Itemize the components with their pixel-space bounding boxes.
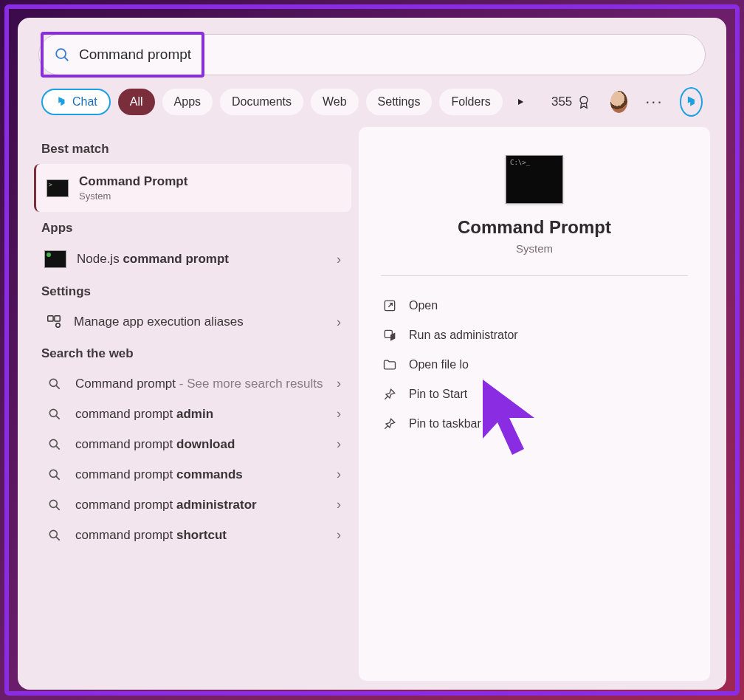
svg-point-2 [580,97,588,104]
action-pin-taskbar[interactable]: Pin to taskbar [378,409,691,439]
section-apps: Apps [41,221,345,236]
details-category: System [378,242,691,255]
rewards-points[interactable]: 355 [551,95,591,109]
chip-apps[interactable]: Apps [162,89,213,115]
apps-row-node[interactable]: Node.js command prompt › [34,243,351,275]
svg-line-20 [385,397,388,399]
chip-chat[interactable]: Chat [41,89,111,115]
open-icon [382,298,397,313]
svg-line-13 [56,476,60,480]
web-row-2[interactable]: command prompt download › [34,429,351,459]
chip-documents-label: Documents [232,95,292,109]
chip-folders[interactable]: Folders [439,89,502,115]
chip-chat-label: Chat [72,95,97,109]
chip-settings[interactable]: Settings [366,89,433,115]
pin-icon [382,387,397,402]
chevron-right-icon: › [337,376,341,391]
chip-all-label: All [130,95,143,109]
chip-web[interactable]: Web [311,89,359,115]
search-icon [47,377,62,391]
chevron-right-icon: › [337,315,341,330]
chip-documents[interactable]: Documents [220,89,303,115]
svg-point-16 [49,530,57,538]
web-row-5[interactable]: command prompt shortcut › [34,520,351,550]
chip-all[interactable]: All [118,89,155,115]
rewards-points-value: 355 [551,95,572,109]
search-bar [38,34,706,75]
cmd-icon [46,179,69,197]
web-2-bold: download [176,437,235,451]
section-best-match: Best match [41,142,345,157]
web-3-bold: commands [176,467,243,481]
svg-line-11 [56,446,60,450]
rewards-medal-icon [576,95,591,109]
web-5-bold: shortcut [176,528,227,542]
filter-row: Chat All Apps Documents Web Settings Fol… [18,83,726,127]
bing-button[interactable] [680,87,703,117]
chevron-right-icon: › [337,406,341,422]
web-row-0[interactable]: Command prompt - See more search results… [34,368,351,399]
svg-line-7 [56,385,60,389]
svg-point-10 [49,439,57,447]
svg-line-17 [56,537,60,541]
details-cmd-icon [506,155,563,204]
apps-node-bold: command prompt [123,252,229,266]
svg-line-9 [56,416,60,419]
action-open-location-label: Open file lo [409,358,469,371]
svg-point-14 [49,500,57,507]
web-5-text: command prompt [75,528,176,542]
svg-line-15 [56,507,60,510]
settings-aliases-label: Manage app execution aliases [74,315,331,329]
chevron-right-icon: › [337,467,341,482]
best-match-title: Command Prompt [79,174,187,188]
user-avatar[interactable] [610,91,627,113]
web-1-text: command prompt [75,407,176,421]
web-row-4[interactable]: command prompt administrator › [34,490,351,520]
svg-point-0 [56,49,66,58]
action-open-label: Open [409,299,438,312]
pin-icon [382,416,397,431]
action-pin-start-label: Pin to Start [409,388,467,401]
web-0-text: Command prompt [75,377,176,391]
web-4-text: command prompt [75,498,176,512]
section-settings: Settings [41,284,345,299]
results-column: Best match Command Prompt System Apps No… [34,127,351,681]
action-run-admin-label: Run as administrator [409,329,518,342]
search-icon [47,528,62,543]
svg-point-8 [49,409,57,416]
web-0-suffix: - See more search results [176,377,323,391]
action-open-location[interactable]: Open file lo [378,350,691,380]
web-row-3[interactable]: command prompt commands › [34,459,351,490]
chevron-right-icon: › [337,436,341,452]
divider [381,275,688,276]
shield-admin-icon [382,328,397,343]
chip-settings-label: Settings [378,95,421,109]
settings-row-aliases[interactable]: Manage app execution aliases › [34,306,351,337]
web-row-1[interactable]: command prompt admin › [34,399,351,429]
action-pin-start[interactable]: Pin to Start [378,380,691,409]
svg-line-1 [64,57,68,61]
section-web: Search the web [41,346,345,361]
bing-chat-icon [55,95,68,109]
action-open[interactable]: Open [378,291,691,320]
chip-folders-label: Folders [451,95,490,109]
more-menu[interactable]: ··· [645,92,663,111]
action-pin-taskbar-label: Pin to taskbar [409,417,481,430]
best-match-subtitle: System [79,191,341,202]
details-title: Command Prompt [378,217,691,238]
search-icon [47,407,62,422]
overflow-play-icon[interactable] [516,96,525,108]
web-4-bold: administrator [176,498,257,512]
search-input[interactable] [79,47,690,63]
web-3-text: command prompt [75,467,176,481]
search-icon [54,47,70,63]
chevron-right-icon: › [337,497,341,512]
action-run-admin[interactable]: Run as administrator [378,320,691,350]
apps-node-prefix: Node.js [77,252,123,266]
folder-icon [382,357,397,372]
search-icon [47,437,62,452]
chip-web-label: Web [323,95,347,109]
start-search-window: Chat All Apps Documents Web Settings Fol… [18,18,726,690]
search-icon [47,467,62,482]
best-match-row[interactable]: Command Prompt System [34,164,351,212]
